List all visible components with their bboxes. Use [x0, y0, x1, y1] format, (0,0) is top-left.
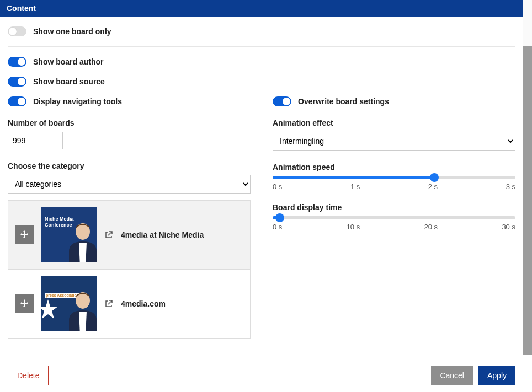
slider-labels: 0 s 10 s 20 s 30 s — [273, 223, 515, 231]
panel-title: Content — [7, 4, 36, 13]
toggle-label: Show board author — [33, 57, 104, 66]
display-time-slider[interactable] — [273, 216, 515, 219]
left-column: Display navigating tools Number of board… — [8, 96, 251, 339]
external-link-icon — [104, 230, 113, 239]
apply-button[interactable]: Apply — [478, 366, 515, 385]
toggle-label: Overwrite board settings — [298, 97, 389, 106]
board-title: 4media.com — [121, 299, 166, 308]
field-category: Choose the category All categories — [8, 162, 251, 194]
scrollbar-thumb[interactable] — [523, 46, 532, 355]
slider-labels: 0 s 1 s 2 s 3 s — [273, 182, 515, 191]
board-title: 4media at Niche Media — [121, 230, 204, 239]
external-link-icon — [104, 299, 113, 308]
toggle-row-show-author: Show board author — [8, 57, 515, 67]
drag-handle[interactable] — [15, 225, 34, 244]
animation-speed-label: Animation speed — [273, 163, 515, 171]
two-column-layout: Display navigating tools Number of board… — [8, 96, 515, 339]
toggle-label: Display navigating tools — [33, 97, 122, 106]
slider-thumb[interactable] — [430, 173, 439, 182]
animation-effect-label: Animation effect — [273, 119, 515, 127]
toggle-row-nav-tools: Display navigating tools — [8, 96, 251, 106]
panel-header: Content — [0, 0, 523, 17]
divider — [8, 46, 515, 47]
toggle-row-show-one-board: Show one board only — [8, 26, 515, 36]
board-thumbnail: press Association — [41, 276, 97, 331]
toggle-row-show-source: Show board source — [8, 77, 515, 87]
toggle-row-overwrite: Overwrite board settings — [273, 96, 515, 106]
board-list: Niche MediaConference 4media at Niche Me… — [8, 200, 251, 339]
right-column: Overwrite board settings Animation effec… — [273, 96, 515, 339]
field-display-time: Board display time 0 s 10 s 20 s 30 s — [273, 203, 515, 231]
svg-marker-1 — [41, 299, 58, 319]
person-avatar — [67, 289, 97, 331]
footer-bar: Delete Cancel Apply — [0, 358, 523, 392]
toggle-show-source[interactable] — [8, 77, 26, 87]
star-icon — [41, 298, 59, 320]
animation-effect-select[interactable]: Intermingling — [273, 132, 515, 151]
num-boards-input[interactable] — [8, 132, 63, 149]
category-select[interactable]: All categories — [8, 175, 251, 194]
toggle-overwrite[interactable] — [273, 96, 291, 106]
field-animation-effect: Animation effect Intermingling — [273, 119, 515, 151]
board-thumbnail: Niche MediaConference — [41, 207, 97, 262]
toggle-show-author[interactable] — [8, 57, 26, 67]
delete-button[interactable]: Delete — [8, 366, 49, 385]
toggle-label: Show board source — [33, 77, 105, 86]
category-label: Choose the category — [8, 162, 251, 170]
toggle-label: Show one board only — [33, 27, 111, 36]
board-item[interactable]: Niche MediaConference 4media at Niche Me… — [8, 201, 250, 270]
field-animation-speed: Animation speed 0 s 1 s 2 s 3 s — [273, 163, 515, 191]
slider-thumb[interactable] — [275, 213, 284, 222]
person-avatar — [67, 221, 97, 262]
toggle-nav-tools[interactable] — [8, 96, 26, 106]
cancel-button[interactable]: Cancel — [431, 366, 473, 385]
toggle-show-one-board[interactable] — [8, 26, 26, 36]
board-item[interactable]: press Association 4media.com — [8, 270, 250, 338]
move-icon — [20, 230, 29, 239]
animation-speed-slider[interactable] — [273, 176, 515, 179]
num-boards-label: Number of boards — [8, 119, 251, 127]
display-time-label: Board display time — [273, 203, 515, 212]
field-number-of-boards: Number of boards — [8, 119, 251, 149]
move-icon — [20, 299, 29, 308]
drag-handle[interactable] — [15, 294, 34, 313]
content-area: Show one board only Show board author Sh… — [0, 17, 523, 339]
